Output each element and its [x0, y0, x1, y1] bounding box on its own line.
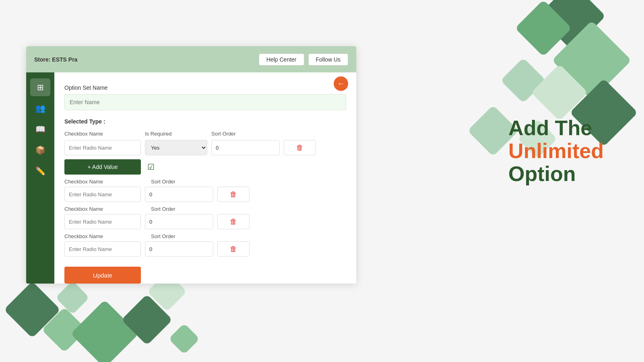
follow-us-button[interactable]: Follow Us	[308, 53, 348, 66]
sub-sort-label-3: Sort Order	[151, 233, 219, 239]
sidebar-item-products[interactable]: 📦	[30, 141, 50, 159]
sub-checkbox-label-1: Checkbox Name	[64, 179, 139, 185]
trash-icon-3: 🗑	[230, 245, 237, 253]
sub-header-row-2: Checkbox Name Sort Order	[64, 206, 346, 212]
sidebar-item-dashboard[interactable]: ⊞	[30, 78, 50, 96]
trash-icon-2: 🗑	[230, 218, 237, 226]
back-button[interactable]: ←	[334, 76, 348, 91]
header-bar: Store: ESTS Pra Help Center Follow Us	[26, 46, 356, 72]
promo-line1: Add The	[508, 117, 604, 140]
help-center-button[interactable]: Help Center	[259, 53, 304, 66]
checkbox-name-input-2[interactable]	[64, 214, 141, 229]
checkbox-row-1: 🗑	[64, 187, 346, 202]
diamond-decor	[537, 0, 606, 50]
add-value-button[interactable]: + Add Value	[64, 159, 141, 175]
promo-section: Add The Unlimited Option	[508, 117, 604, 186]
diamond-decor	[169, 323, 200, 355]
first-checkbox-row: Yes 🗑	[64, 140, 346, 155]
sort-order-input-1[interactable]	[145, 187, 213, 202]
edit-icon: ✏️	[35, 166, 45, 176]
promo-line2: Unlimited	[508, 140, 604, 162]
sidebar-item-catalog[interactable]: 📖	[30, 120, 50, 138]
sidebar: ⊞ 👥 📖 📦 ✏️	[26, 72, 54, 284]
main-panel: Store: ESTS Pra Help Center Follow Us ⊞ …	[26, 46, 356, 284]
sidebar-item-users[interactable]: 👥	[30, 99, 50, 117]
back-arrow-icon: ←	[337, 80, 345, 88]
dashboard-icon: ⊞	[37, 82, 44, 92]
promo-line3: Option	[508, 162, 604, 185]
diamond-decor	[121, 294, 172, 345]
diamond-decor	[56, 281, 90, 315]
store-label: Store: ESTS Pra	[34, 56, 77, 63]
diamond-decor	[515, 0, 572, 57]
update-button[interactable]: Update	[64, 267, 141, 284]
sub-header-row-1: Checkbox Name Sort Order	[64, 179, 346, 185]
table-header-row: Checkbox Name Is Required Sort Order	[64, 131, 346, 137]
users-icon: 👥	[35, 103, 45, 113]
catalog-icon: 📖	[35, 124, 45, 134]
delete-button-3[interactable]: 🗑	[217, 241, 250, 257]
sort-order-input-3[interactable]	[145, 241, 213, 257]
sub-sort-label-1: Sort Order	[151, 179, 219, 185]
first-checkbox-name-input[interactable]	[64, 140, 141, 155]
checkbox-row-3: 🗑	[64, 241, 346, 257]
sort-order-header: Sort Order	[211, 131, 280, 137]
add-value-row: + Add Value ☑	[64, 159, 346, 175]
is-required-select[interactable]: Yes	[145, 140, 207, 155]
trash-icon-1: 🗑	[230, 190, 237, 199]
delete-button-2[interactable]: 🗑	[217, 214, 250, 229]
option-set-name-label: Option Set Name	[64, 84, 346, 91]
store-name: ESTS Pra	[52, 56, 77, 63]
option-set-name-input[interactable]	[64, 94, 346, 110]
selected-type-label: Selected Type :	[64, 118, 346, 125]
checkbox-name-header: Checkbox Name	[64, 131, 141, 137]
diamond-decor	[531, 64, 588, 121]
is-required-header: Is Required	[145, 131, 207, 137]
sidebar-item-edit[interactable]: ✏️	[30, 162, 50, 180]
first-sort-order-input[interactable]	[211, 140, 280, 155]
sort-order-input-2[interactable]	[145, 214, 213, 229]
checkbox-row-2: 🗑	[64, 214, 346, 229]
checkbox-name-input-3[interactable]	[64, 241, 141, 257]
diamond-decor	[4, 281, 60, 338]
diamond-decor	[552, 21, 632, 100]
sub-checkbox-label-2: Checkbox Name	[64, 206, 139, 212]
products-icon: 📦	[35, 145, 45, 155]
diamond-decor	[500, 58, 546, 103]
diamond-decor	[41, 307, 87, 352]
delete-button-1[interactable]: 🗑	[217, 187, 250, 202]
option-set-name-section: Option Set Name	[64, 84, 346, 118]
sub-checkbox-label-3: Checkbox Name	[64, 233, 139, 239]
sub-header-row-3: Checkbox Name Sort Order	[64, 233, 346, 239]
content-area: Option Set Name Selected Type : Checkbox…	[54, 72, 356, 284]
header-buttons: Help Center Follow Us	[259, 53, 348, 66]
sub-sort-label-2: Sort Order	[151, 206, 219, 212]
checkbox-checked-icon: ☑	[145, 161, 157, 173]
diamond-decor	[70, 300, 139, 362]
checkbox-name-input-1[interactable]	[64, 187, 141, 202]
trash-icon: 🗑	[296, 144, 303, 152]
first-delete-button[interactable]: 🗑	[284, 140, 316, 155]
